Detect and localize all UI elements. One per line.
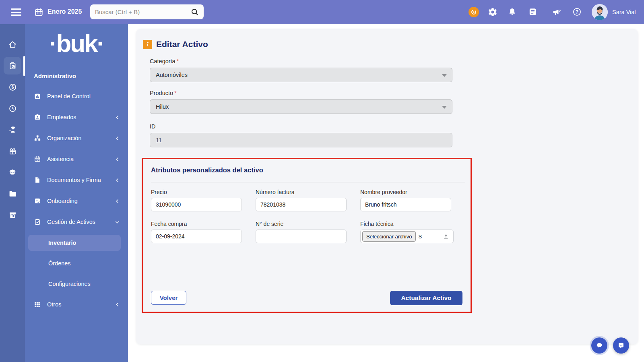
actualizar-activo-button[interactable]: Actualizar Activo (390, 291, 462, 305)
notes-icon[interactable] (528, 7, 538, 17)
main-content: Editar Activo Categoría* Automóviles Pro… (128, 24, 644, 362)
sidebar-item-asistencia[interactable]: Asistencia (25, 149, 128, 170)
fecha-input[interactable] (151, 230, 242, 243)
assets-clipboard-clock-icon[interactable] (4, 57, 21, 74)
producto-select[interactable]: Hilux (150, 99, 452, 114)
sidebar-item-otros[interactable]: Otros (25, 294, 128, 315)
svg-text:$: $ (11, 85, 14, 89)
announcements-megaphone-icon[interactable] (552, 7, 561, 17)
chevron-down-icon (442, 74, 447, 77)
chevron-down-icon (115, 219, 120, 225)
clipboard-check-icon (34, 218, 41, 225)
file-name-text: S (418, 234, 423, 240)
user-name[interactable]: Sara Vial (612, 9, 636, 15)
search-box[interactable] (90, 4, 204, 19)
chevron-left-icon (115, 115, 120, 120)
sidebar-subitem-ordenes[interactable]: Órdenes (25, 253, 128, 273)
sidebar-item-label: Panel de Control (47, 93, 91, 99)
top-bar: Enero 2025 (0, 0, 644, 24)
divider (151, 182, 465, 182)
calendar-check-icon (34, 155, 41, 163)
home-icon[interactable] (4, 35, 21, 53)
sidebar-item-label: Onboarding (47, 198, 78, 204)
org-chart-icon (34, 134, 41, 142)
sidebar-item-organizacion[interactable]: Organización (25, 128, 128, 149)
sidebar-item-gestion-de-activos[interactable]: Gestión de Activos (25, 211, 128, 232)
employees-badge-icon (34, 114, 41, 121)
ficha-file-input[interactable]: Seleccionar archivo S (360, 230, 454, 243)
edit-asset-card: Editar Activo Categoría* Automóviles Pro… (136, 29, 638, 344)
assistant-icon[interactable] (469, 7, 479, 17)
sidebar-item-label: Otros (47, 301, 61, 308)
upload-icon (443, 233, 449, 240)
factura-label: Número factura (256, 189, 294, 195)
sidebar: ·buk· Administrativo Panel de Control Em… (25, 24, 128, 362)
id-input (150, 133, 452, 147)
settings-gear-icon[interactable] (488, 7, 497, 17)
factura-input[interactable] (256, 198, 347, 211)
categoria-label: Categoría* (150, 58, 179, 64)
chevron-left-icon (115, 199, 120, 204)
sidebar-item-onboarding[interactable]: Onboarding (25, 190, 128, 211)
sidebar-item-label: Gestión de Activos (47, 219, 95, 225)
sidebar-subitem-label: Inventario (48, 240, 76, 246)
sidebar-item-label: Asistencia (47, 156, 74, 162)
calendar-icon[interactable] (34, 8, 43, 17)
notifications-bell-icon[interactable] (508, 7, 517, 17)
serie-input[interactable] (256, 230, 347, 243)
tie-icon (143, 40, 152, 49)
help-icon[interactable]: ? (572, 7, 582, 17)
proveedor-label: Nombre proveedor (360, 189, 407, 195)
precio-input[interactable] (151, 198, 242, 211)
producto-value: Hilux (156, 103, 169, 110)
benefits-hand-heart-icon[interactable] (4, 121, 21, 139)
sidebar-item-empleados[interactable]: Empleados (25, 107, 128, 128)
chat-bubble-button[interactable] (591, 337, 607, 354)
chevron-left-icon (115, 136, 120, 141)
ficha-label: Ficha técnica (360, 221, 393, 227)
sidebar-subitem-inventario[interactable]: Inventario (28, 235, 121, 251)
marketplace-storefront-icon[interactable] (4, 206, 21, 224)
gift-icon[interactable] (4, 142, 21, 160)
period-label[interactable]: Enero 2025 (47, 8, 82, 15)
categoria-select[interactable]: Automóviles (150, 68, 452, 82)
dashboard-icon (34, 93, 41, 100)
sidebar-subitem-configuraciones[interactable]: Configuraciones (25, 273, 128, 294)
custom-attributes-section: Atributos personalizados del activo Prec… (142, 158, 472, 313)
buk-logo: ·buk· (25, 30, 128, 57)
select-file-button[interactable]: Seleccionar archivo (362, 231, 416, 242)
sidebar-item-label: Empleados (47, 114, 76, 120)
folder-icon[interactable] (4, 185, 21, 203)
sidebar-item-label: Documentos y Firma (47, 177, 101, 183)
sidebar-subitem-label: Configuraciones (48, 281, 91, 287)
sidebar-item-documentos-y-firma[interactable]: Documentos y Firma (25, 170, 128, 190)
page-title: Editar Activo (156, 39, 208, 49)
avatar[interactable] (592, 4, 608, 20)
precio-label: Precio (151, 189, 167, 195)
support-chat-button[interactable] (613, 337, 629, 354)
volver-button[interactable]: Volver (151, 291, 186, 305)
sidebar-section-label: Administrativo (34, 72, 128, 79)
sidebar-subitem-label: Órdenes (48, 260, 71, 267)
required-mark: * (174, 90, 177, 96)
required-mark: * (177, 58, 179, 64)
search-icon[interactable] (190, 8, 199, 16)
checklist-icon (34, 197, 41, 205)
proveedor-input[interactable] (360, 198, 451, 211)
id-label: ID (150, 123, 156, 130)
document-icon (34, 176, 41, 184)
chevron-left-icon (115, 157, 120, 162)
search-input[interactable] (95, 8, 190, 15)
fecha-label: Fecha compra (151, 221, 187, 227)
hamburger-menu-icon[interactable] (11, 8, 21, 16)
sidebar-item-panel-de-control[interactable]: Panel de Control (25, 86, 128, 107)
sidebar-item-label: Organización (47, 135, 81, 141)
svg-text:?: ? (576, 9, 578, 15)
payroll-dollar-icon[interactable]: $ (4, 78, 21, 96)
time-clock-icon[interactable] (4, 99, 21, 117)
chevron-left-icon (115, 178, 120, 183)
grid-icon (34, 301, 41, 308)
serie-label: N° de serie (256, 221, 283, 227)
chevron-down-icon (442, 106, 447, 109)
training-graduation-icon[interactable] (4, 163, 21, 181)
